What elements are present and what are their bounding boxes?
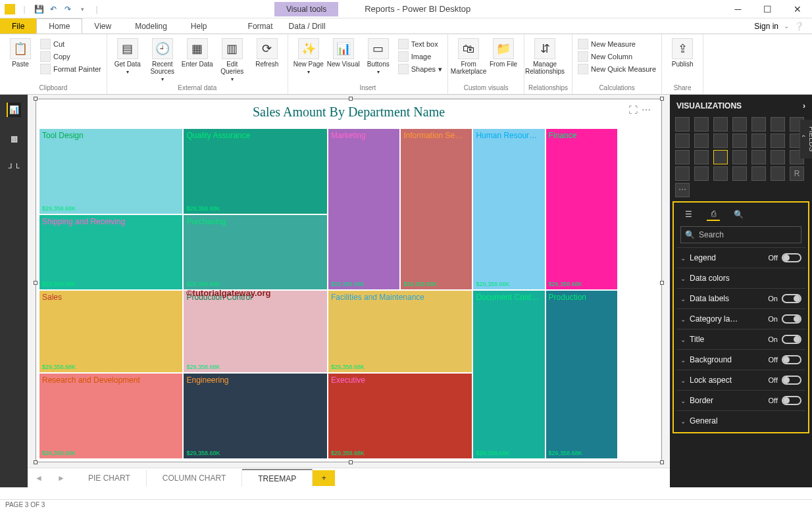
shapes-button[interactable]: Shapes ▾: [397, 63, 444, 75]
treemap-cell[interactable]: Tool Design$29,358.68K: [39, 128, 183, 214]
tabs-prev-icon[interactable]: ◄: [28, 474, 50, 483]
new-column-button[interactable]: New Column: [576, 51, 657, 62]
resize-handle-icon[interactable]: [349, 460, 353, 464]
prop-lock-aspect[interactable]: ⌄Lock aspect Off: [676, 370, 805, 390]
enter-data-button[interactable]: ▦Enter Data: [181, 38, 214, 68]
focus-mode-icon[interactable]: ⛶: [628, 105, 638, 115]
model-view-icon[interactable]: ┘└: [7, 160, 21, 175]
viz-multi-card-icon[interactable]: [694, 166, 709, 181]
treemap-cell[interactable]: Marketing$29,358.68K: [328, 128, 400, 290]
page-tab-column[interactable]: COLUMN CHART: [147, 470, 242, 487]
cut-button[interactable]: Cut: [39, 38, 103, 50]
format-painter-button[interactable]: Format Painter: [39, 63, 103, 75]
fields-pane-collapsed[interactable]: ‹ FIELDS: [799, 120, 812, 158]
treemap-cell[interactable]: Finance$29,358.68K: [546, 128, 618, 290]
treemap-cell[interactable]: Information Se…$29,358.68K: [400, 128, 472, 290]
prop-border[interactable]: ⌄Border Off: [676, 390, 805, 410]
add-page-button[interactable]: +: [313, 470, 335, 486]
prop-category-labels[interactable]: ⌄Category la… On: [676, 308, 805, 329]
resize-handle-icon[interactable]: [34, 460, 38, 464]
tab-view[interactable]: View: [82, 18, 123, 34]
viz-r-icon[interactable]: R: [790, 166, 804, 181]
treemap-cell[interactable]: Executive$29,358.68K: [328, 373, 472, 459]
paste-button[interactable]: 📋Paste: [4, 38, 37, 68]
viz-card-icon[interactable]: [675, 166, 690, 181]
fields-well-icon[interactable]: ☰: [682, 208, 695, 221]
viz-stacked-area-icon[interactable]: [694, 134, 709, 148]
prop-data-colors[interactable]: ⌄Data colors: [676, 268, 805, 288]
viz-stacked-bar-icon[interactable]: [675, 117, 690, 132]
help-icon[interactable]: ❔: [794, 22, 804, 31]
redo-icon[interactable]: ↷: [61, 3, 74, 16]
page-tab-pie[interactable]: PIE CHART: [72, 470, 147, 487]
from-file-button[interactable]: 📁From File: [487, 38, 520, 68]
viz-100-column-icon[interactable]: [771, 117, 785, 132]
new-visual-button[interactable]: 📊New Visual: [327, 38, 360, 68]
treemap-cell[interactable]: Purchasing$29,358.68K: [183, 214, 327, 291]
undo-icon[interactable]: ↶: [47, 3, 60, 16]
format-roller-icon[interactable]: ⎙: [707, 208, 720, 221]
viz-pie-icon[interactable]: [675, 150, 690, 164]
treemap-cell[interactable]: Human Resour…$29,358.68K: [472, 128, 545, 290]
treemap-cell[interactable]: Research and Development$29,358.68K: [39, 373, 183, 459]
prop-legend[interactable]: ⌄Legend Off: [676, 247, 805, 268]
toggle-switch[interactable]: [782, 314, 801, 324]
resize-handle-icon[interactable]: [349, 97, 353, 101]
tab-format[interactable]: Format: [240, 18, 281, 34]
more-options-icon[interactable]: ⋯: [642, 105, 651, 115]
treemap-chart[interactable]: Tool Design$29,358.68KQuality Assurance$…: [39, 128, 653, 459]
prop-general[interactable]: ⌄General: [676, 410, 805, 431]
prop-data-labels[interactable]: ⌄Data labels On: [676, 288, 805, 308]
image-button[interactable]: Image: [397, 51, 444, 62]
treemap-cell[interactable]: Sales$29,358.68K: [39, 290, 183, 373]
resize-handle-icon[interactable]: [34, 281, 38, 285]
toggle-switch[interactable]: [782, 355, 801, 364]
viz-waterfall-icon[interactable]: [771, 134, 785, 148]
viz-clustered-bar-icon[interactable]: [713, 117, 728, 132]
chevron-down-icon[interactable]: ⌄: [784, 22, 789, 30]
viz-more-icon[interactable]: ⋯: [675, 183, 690, 197]
resize-handle-icon[interactable]: [660, 281, 664, 285]
viz-treemap-icon[interactable]: [713, 150, 728, 164]
chevron-right-icon[interactable]: ›: [803, 101, 805, 110]
page-tab-treemap[interactable]: TREEMAP: [242, 469, 313, 487]
data-view-icon[interactable]: ▦: [7, 132, 21, 146]
qat-dropdown-icon[interactable]: ▾: [76, 3, 89, 16]
copy-button[interactable]: Copy: [39, 51, 103, 62]
save-icon[interactable]: 💾: [32, 3, 45, 16]
treemap-cell[interactable]: Production Control$29,358.68K: [183, 290, 327, 373]
tab-help[interactable]: Help: [179, 18, 219, 34]
publish-button[interactable]: ⇪Publish: [666, 38, 699, 68]
report-canvas[interactable]: ⛶ ⋯ Sales Amount By Department Name Tool…: [28, 95, 670, 487]
viz-filled-map-icon[interactable]: [751, 150, 766, 164]
textbox-button[interactable]: Text box: [397, 38, 444, 50]
manage-relationships-button[interactable]: ⇵Manage Relationships: [528, 38, 561, 75]
viz-100-bar-icon[interactable]: [751, 117, 766, 132]
close-button[interactable]: ✕: [782, 0, 812, 18]
maximize-button[interactable]: ☐: [753, 0, 782, 18]
treemap-cell[interactable]: Engineering$29,358.68K: [183, 373, 327, 459]
prop-background[interactable]: ⌄Background Off: [676, 349, 805, 370]
viz-stacked-column-icon[interactable]: [694, 117, 709, 132]
viz-slicer-icon[interactable]: [732, 166, 747, 181]
treemap-cell[interactable]: Production$29,358.68K: [546, 290, 618, 459]
viz-table-icon[interactable]: [751, 166, 766, 181]
toggle-switch[interactable]: [782, 396, 801, 405]
edit-queries-button[interactable]: ▥Edit Queries▾: [216, 38, 249, 82]
viz-matrix-icon[interactable]: [771, 166, 785, 181]
tabs-next-icon[interactable]: ►: [50, 474, 72, 483]
viz-line-clustered-icon[interactable]: [732, 134, 747, 148]
resize-handle-icon[interactable]: [34, 97, 38, 101]
treemap-cell[interactable]: Facilities and Maintenance$29,358.68K: [328, 290, 472, 373]
signin-link[interactable]: Sign in: [754, 22, 778, 31]
buttons-button[interactable]: ▭Buttons▾: [362, 38, 395, 75]
toggle-switch[interactable]: [782, 253, 801, 262]
tab-data-drill[interactable]: Data / Drill: [281, 18, 334, 34]
get-data-button[interactable]: ▤Get Data▾: [111, 38, 144, 75]
from-marketplace-button[interactable]: 🛍From Marketplace: [452, 38, 485, 75]
treemap-cell[interactable]: Document Cont…$29,358.68K: [472, 290, 545, 459]
toggle-switch[interactable]: [782, 294, 801, 303]
analytics-icon[interactable]: 🔍: [732, 208, 745, 221]
tab-home[interactable]: Home: [36, 18, 82, 34]
refresh-button[interactable]: ⟳Refresh: [251, 38, 284, 68]
